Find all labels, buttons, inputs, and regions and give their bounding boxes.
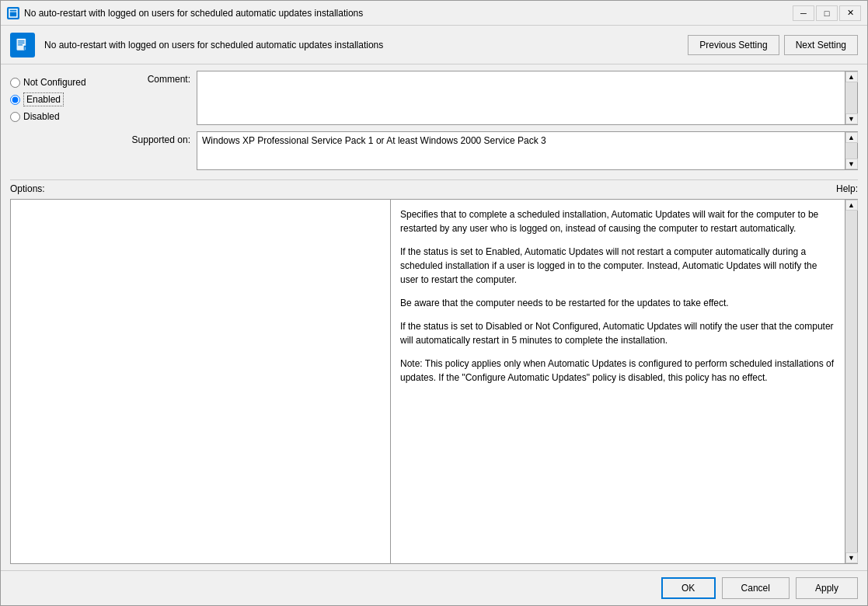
comment-label: Comment: bbox=[120, 71, 190, 85]
enabled-label: Enabled bbox=[23, 92, 64, 106]
svg-rect-4 bbox=[18, 42, 24, 43]
enabled-option[interactable]: Enabled bbox=[10, 92, 111, 106]
supported-scrollbar[interactable]: ▲ ▼ bbox=[845, 131, 858, 170]
minimize-button[interactable]: ─ bbox=[793, 5, 814, 21]
maximize-button[interactable]: □ bbox=[816, 5, 838, 21]
supported-row: Supported on: Windows XP Professional Se… bbox=[120, 131, 858, 170]
svg-rect-0 bbox=[9, 9, 17, 17]
options-panel bbox=[10, 199, 391, 564]
not-configured-label: Not Configured bbox=[23, 77, 86, 88]
supported-scroll-up[interactable]: ▲ bbox=[845, 132, 858, 143]
scroll-up-arrow[interactable]: ▲ bbox=[845, 71, 858, 82]
nav-buttons: Previous Setting Next Setting bbox=[688, 35, 858, 55]
title-bar-controls: ─ □ ✕ bbox=[793, 5, 861, 21]
radio-group: Not Configured Enabled Disabled bbox=[10, 71, 111, 170]
right-section: Comment: ▲ ▼ Supported on: Windows bbox=[120, 71, 858, 170]
policy-icon: i bbox=[10, 33, 35, 57]
comment-input[interactable] bbox=[197, 71, 845, 125]
panels-outer: Specifies that to complete a scheduled i… bbox=[10, 199, 858, 564]
comment-wrapper: ▲ ▼ bbox=[197, 71, 858, 125]
title-bar: No auto-restart with logged on users for… bbox=[1, 1, 867, 26]
options-label: Options: bbox=[10, 183, 455, 194]
help-paragraph: If the status is set to Enabled, Automat… bbox=[400, 245, 835, 287]
scroll-track bbox=[845, 82, 857, 113]
main-content: Not Configured Enabled Disabled Comment: bbox=[1, 64, 867, 570]
header-row: i No auto-restart with logged on users f… bbox=[1, 26, 867, 64]
supported-label: Supported on: bbox=[120, 131, 190, 145]
supported-wrapper: Windows XP Professional Service Pack 1 o… bbox=[197, 131, 858, 170]
apply-button[interactable]: Apply bbox=[796, 577, 858, 599]
previous-setting-button[interactable]: Previous Setting bbox=[688, 35, 779, 55]
scroll-down-arrow[interactable]: ▼ bbox=[845, 113, 858, 124]
not-configured-radio[interactable] bbox=[10, 78, 20, 88]
help-paragraph: Specifies that to complete a scheduled i… bbox=[400, 207, 835, 235]
help-label: Help: bbox=[836, 183, 858, 194]
help-scrollbar[interactable]: ▲ ▼ bbox=[845, 199, 858, 564]
close-button[interactable]: ✕ bbox=[839, 5, 861, 21]
main-window: No auto-restart with logged on users for… bbox=[0, 0, 868, 606]
supported-track bbox=[845, 143, 857, 158]
help-paragraph: If the status is set to Disabled or Not … bbox=[400, 319, 835, 347]
window-title: No auto-restart with logged on users for… bbox=[24, 8, 793, 19]
disabled-label: Disabled bbox=[23, 111, 60, 122]
bottom-bar: OK Cancel Apply bbox=[1, 570, 867, 605]
svg-rect-3 bbox=[18, 40, 24, 41]
help-track bbox=[845, 211, 857, 552]
disabled-option[interactable]: Disabled bbox=[10, 111, 111, 122]
header-title: No auto-restart with logged on users for… bbox=[44, 40, 678, 50]
comment-row: Comment: ▲ ▼ bbox=[120, 71, 858, 125]
not-configured-option[interactable]: Not Configured bbox=[10, 77, 111, 88]
svg-rect-5 bbox=[18, 44, 23, 45]
ok-button[interactable]: OK bbox=[661, 577, 716, 599]
options-help-row: Options: Help: bbox=[10, 183, 858, 194]
cancel-button[interactable]: Cancel bbox=[722, 577, 790, 599]
help-panel-container: Specifies that to complete a scheduled i… bbox=[391, 199, 858, 564]
help-panel: Specifies that to complete a scheduled i… bbox=[391, 199, 845, 564]
help-scroll-up[interactable]: ▲ bbox=[845, 200, 858, 211]
supported-scroll-down[interactable]: ▼ bbox=[845, 158, 858, 169]
next-setting-button[interactable]: Next Setting bbox=[784, 35, 858, 55]
help-paragraph: Note: This policy applies only when Auto… bbox=[400, 357, 835, 385]
supported-value: Windows XP Professional Service Pack 1 o… bbox=[197, 131, 845, 170]
window-icon bbox=[7, 7, 19, 19]
disabled-radio[interactable] bbox=[10, 112, 20, 122]
help-scroll-down[interactable]: ▼ bbox=[845, 552, 858, 563]
comment-scrollbar[interactable]: ▲ ▼ bbox=[845, 71, 858, 125]
enabled-radio[interactable] bbox=[10, 95, 20, 105]
config-section: Not Configured Enabled Disabled Comment: bbox=[10, 71, 858, 170]
help-paragraph: Be aware that the computer needs to be r… bbox=[400, 296, 835, 310]
divider bbox=[10, 179, 858, 180]
